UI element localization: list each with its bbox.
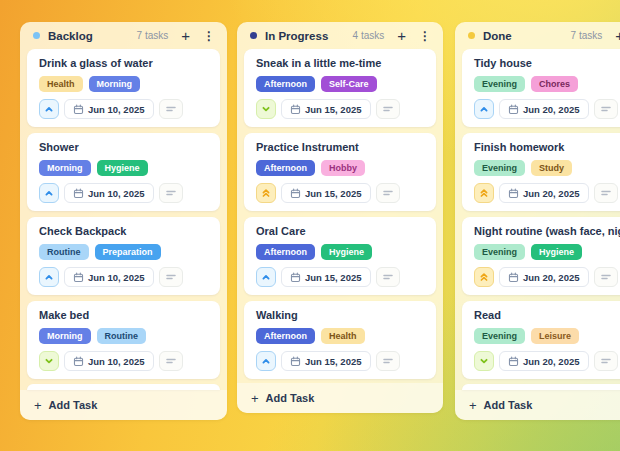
card-meta: Jun 10, 2025: [39, 99, 208, 119]
task-card[interactable]: Shower Morning Hygiene Jun 10, 2025: [27, 133, 220, 211]
column-footer: + Add Task: [20, 384, 227, 420]
add-task-button[interactable]: + Add Task: [455, 390, 620, 420]
priority-badge[interactable]: [39, 267, 59, 287]
due-date-chip[interactable]: Jun 15, 2025: [281, 351, 371, 371]
notes-button[interactable]: [159, 351, 183, 371]
column-header: Done 7 tasks + ⋮: [455, 22, 620, 49]
task-card[interactable]: Oral Care Afternoon Hygiene Jun 15, 2025: [244, 217, 436, 295]
task-card[interactable]: Finish homework Evening Study Jun 20, 20…: [462, 133, 620, 211]
task-title: Oral Care: [256, 225, 424, 238]
priority-badge[interactable]: [256, 183, 276, 203]
add-task-button[interactable]: + Add Task: [20, 390, 227, 420]
chevron-down-icon: [479, 356, 489, 366]
card-list: Drink a glass of water Health Morning Ju…: [20, 49, 227, 379]
tag-row: Evening Study: [474, 160, 620, 176]
tag-hygiene: Hygiene: [321, 244, 372, 260]
due-date-chip[interactable]: Jun 15, 2025: [281, 183, 371, 203]
priority-badge[interactable]: [474, 183, 494, 203]
due-date-chip[interactable]: Jun 15, 2025: [281, 99, 371, 119]
due-date-chip[interactable]: Jun 15, 2025: [281, 267, 371, 287]
card-meta: Jun 15, 2025: [256, 183, 424, 203]
tag-morning: Morning: [39, 160, 91, 176]
notes-button[interactable]: [594, 267, 618, 287]
add-task-button[interactable]: + Add Task: [237, 383, 443, 413]
calendar-icon: [290, 188, 301, 199]
chevron-down-icon: [261, 104, 271, 114]
due-date-chip[interactable]: Jun 10, 2025: [64, 267, 154, 287]
plus-icon: +: [469, 399, 477, 412]
notes-button[interactable]: [376, 183, 400, 203]
add-task-label: Add Task: [49, 399, 98, 411]
notes-button[interactable]: [594, 183, 618, 203]
tag-afternoon: Afternoon: [256, 244, 315, 260]
priority-badge[interactable]: [474, 351, 494, 371]
plus-icon[interactable]: +: [181, 28, 190, 43]
priority-badge[interactable]: [39, 183, 59, 203]
kebab-menu-icon[interactable]: ⋮: [203, 30, 215, 42]
task-card[interactable]: Make bed Morning Routine Jun 10, 2025: [27, 301, 220, 379]
due-date-chip[interactable]: Jun 10, 2025: [64, 99, 154, 119]
notes-icon: [383, 272, 393, 282]
task-title: Make bed: [39, 309, 208, 322]
notes-icon: [383, 104, 393, 114]
priority-badge[interactable]: [474, 267, 494, 287]
priority-badge[interactable]: [39, 351, 59, 371]
chevron-up-icon: [261, 356, 271, 366]
due-date-chip[interactable]: Jun 20, 2025: [499, 351, 589, 371]
notes-button[interactable]: [594, 99, 618, 119]
notes-button[interactable]: [376, 99, 400, 119]
tag-row: Evening Chores: [474, 76, 620, 92]
task-card[interactable]: Walking Afternoon Health Jun 15, 2025: [244, 301, 436, 379]
tag-row: Afternoon Hygiene: [256, 244, 424, 260]
column-footer: + Add Task: [455, 384, 620, 420]
priority-badge[interactable]: [474, 99, 494, 119]
due-date: Jun 15, 2025: [305, 188, 362, 199]
plus-icon[interactable]: +: [615, 28, 620, 43]
task-title: Check Backpack: [39, 225, 208, 238]
task-card[interactable]: Night routine (wash face, night cream, e…: [462, 217, 620, 295]
double-chevron-up-icon: [479, 188, 489, 198]
notes-icon: [601, 104, 611, 114]
notes-button[interactable]: [159, 183, 183, 203]
add-task-label: Add Task: [484, 399, 533, 411]
priority-badge[interactable]: [256, 351, 276, 371]
task-card[interactable]: Tidy house Evening Chores Jun 20, 2025: [462, 49, 620, 127]
notes-button[interactable]: [159, 267, 183, 287]
task-card[interactable]: Read Evening Leisure Jun 20, 2025: [462, 301, 620, 379]
task-title: Tidy house: [474, 57, 620, 70]
due-date-chip[interactable]: Jun 10, 2025: [64, 351, 154, 371]
priority-badge[interactable]: [256, 267, 276, 287]
notes-icon: [601, 272, 611, 282]
due-date-chip[interactable]: Jun 20, 2025: [499, 99, 589, 119]
due-date-chip[interactable]: Jun 10, 2025: [64, 183, 154, 203]
card-meta: Jun 10, 2025: [39, 351, 208, 371]
notes-button[interactable]: [159, 99, 183, 119]
priority-badge[interactable]: [256, 99, 276, 119]
task-card[interactable]: Drink a glass of water Health Morning Ju…: [27, 49, 220, 127]
due-date-chip[interactable]: Jun 20, 2025: [499, 183, 589, 203]
tag-self-care: Self-Care: [321, 76, 377, 92]
column-done: Done 7 tasks + ⋮ Tidy house Evening Chor…: [455, 22, 620, 420]
column-title: In Progress: [265, 30, 328, 42]
tag-row: Afternoon Hobby: [256, 160, 424, 176]
column-in-progress: In Progress 4 tasks + ⋮ Sneak in a littl…: [237, 22, 443, 413]
notes-button[interactable]: [376, 267, 400, 287]
plus-icon[interactable]: +: [397, 28, 406, 43]
status-dot-icon: [250, 32, 257, 39]
task-card[interactable]: Sneak in a little me-time Afternoon Self…: [244, 49, 436, 127]
task-card[interactable]: Check Backpack Routine Preparation Jun 1…: [27, 217, 220, 295]
due-date: Jun 20, 2025: [523, 272, 580, 283]
tag-chores: Chores: [531, 76, 578, 92]
status-dot-icon: [33, 32, 40, 39]
plus-icon: +: [34, 399, 42, 412]
task-card[interactable]: Practice Instrument Afternoon Hobby Jun …: [244, 133, 436, 211]
notes-button[interactable]: [376, 351, 400, 371]
notes-button[interactable]: [594, 351, 618, 371]
tag-evening: Evening: [474, 160, 525, 176]
calendar-icon: [508, 104, 519, 115]
kebab-menu-icon[interactable]: ⋮: [419, 30, 431, 42]
due-date-chip[interactable]: Jun 20, 2025: [499, 267, 589, 287]
tag-evening: Evening: [474, 328, 525, 344]
priority-badge[interactable]: [39, 99, 59, 119]
tag-study: Study: [531, 160, 572, 176]
